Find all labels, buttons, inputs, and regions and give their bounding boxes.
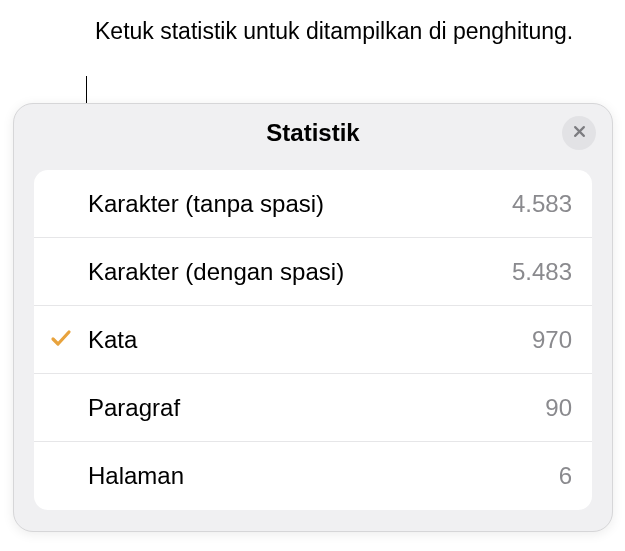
close-icon: [572, 124, 587, 143]
stat-value: 90: [545, 394, 572, 422]
stat-value: 4.583: [512, 190, 572, 218]
stat-row-pages[interactable]: Halaman 6: [34, 442, 592, 510]
stat-label: Halaman: [88, 462, 559, 490]
checkmark-icon: [49, 326, 73, 354]
stat-label: Paragraf: [88, 394, 545, 422]
statistics-list: Karakter (tanpa spasi) 4.583 Karakter (d…: [34, 170, 592, 510]
close-button[interactable]: [562, 116, 596, 150]
stat-row-characters-with-spaces[interactable]: Karakter (dengan spasi) 5.483: [34, 238, 592, 306]
stat-value: 6: [559, 462, 572, 490]
stat-row-characters-no-spaces[interactable]: Karakter (tanpa spasi) 4.583: [34, 170, 592, 238]
stat-value: 5.483: [512, 258, 572, 286]
stat-value: 970: [532, 326, 572, 354]
stat-row-paragraphs[interactable]: Paragraf 90: [34, 374, 592, 442]
check-column: [34, 326, 88, 354]
popover-header: Statistik: [14, 104, 612, 162]
stat-label: Karakter (tanpa spasi): [88, 190, 512, 218]
stat-label: Karakter (dengan spasi): [88, 258, 512, 286]
stat-label: Kata: [88, 326, 532, 354]
statistics-popover: Statistik Karakter (tanpa spasi) 4.583 K…: [13, 103, 613, 532]
stat-row-words[interactable]: Kata 970: [34, 306, 592, 374]
callout-text: Ketuk statistik untuk ditampilkan di pen…: [95, 17, 573, 47]
popover-title: Statistik: [266, 119, 359, 147]
